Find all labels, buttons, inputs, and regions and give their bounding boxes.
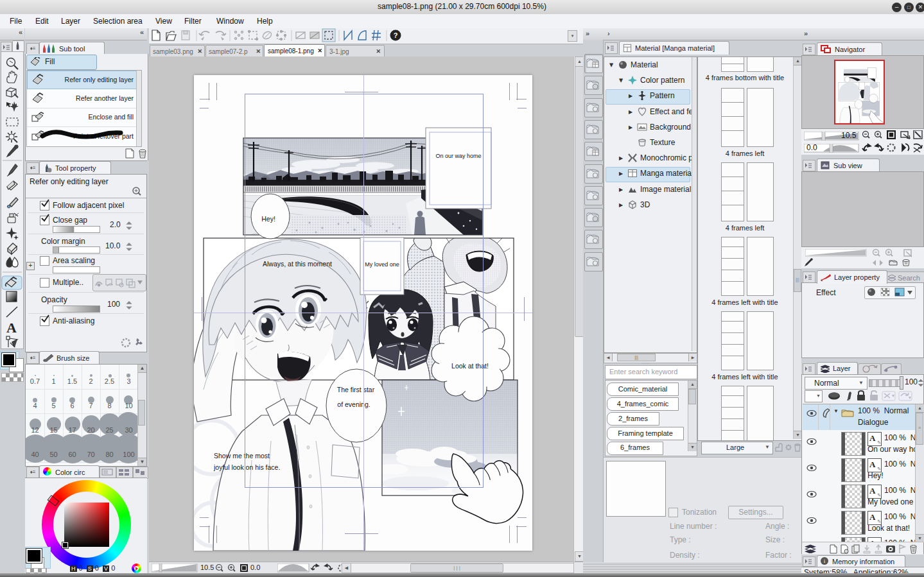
svg-text:?: ? [394, 31, 398, 39]
svg-text:Show me the most: Show me the most [214, 452, 270, 460]
svg-text:On our way home: On our way home [435, 153, 481, 159]
svg-text:My loved one: My loved one [365, 261, 399, 268]
svg-text:A: A [6, 320, 17, 336]
svg-text:The first star: The first star [337, 386, 375, 393]
svg-text:of evening.: of evening. [337, 400, 370, 408]
svg-text:Always, at this moment: Always, at this moment [263, 260, 332, 268]
svg-text:joyful look on his face.: joyful look on his face. [213, 463, 280, 471]
svg-text:Hey!: Hey! [261, 215, 275, 223]
